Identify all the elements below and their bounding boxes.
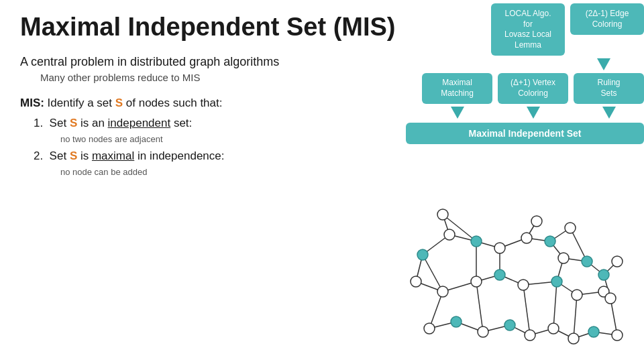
- graph-node-empty: [437, 209, 448, 220]
- graph-node-filled: [598, 269, 609, 280]
- svg-marker-2: [527, 107, 540, 119]
- graph-node-filled: [471, 236, 482, 247]
- graph-container: [396, 188, 637, 355]
- graph-node-filled: [417, 249, 428, 260]
- arrow-svg-1: [594, 56, 614, 70]
- graph-node-empty: [525, 330, 535, 341]
- box-edge-coloring: (2Δ-1) EdgeColoring: [570, 3, 644, 35]
- graph-node-empty: [612, 256, 623, 267]
- graph-node-filled: [494, 269, 505, 280]
- mis-box-label: Maximal Independent Set: [468, 128, 581, 139]
- graph-svg: [396, 188, 637, 355]
- graph-node-filled: [588, 326, 599, 337]
- graph-node-empty: [437, 286, 448, 297]
- graph-node-filled: [504, 320, 515, 330]
- graph-node-empty: [612, 330, 623, 341]
- diagram-area: LOCAL Algo. forLovasz Local Lemma (2Δ-1)…: [406, 3, 644, 144]
- arrow-row-1: [406, 56, 644, 73]
- list-underline2: maximal: [92, 149, 134, 162]
- graph-node-empty: [558, 253, 569, 263]
- sub-indent: Many other problems reduce to MIS: [40, 72, 402, 83]
- graph-node-empty: [521, 233, 532, 243]
- graph-node-empty: [572, 290, 582, 300]
- graph-node-empty: [471, 276, 482, 287]
- svg-line-42: [523, 285, 530, 335]
- list-s1: S: [70, 117, 77, 129]
- list-underline1: independent: [108, 117, 171, 129]
- svg-line-44: [574, 295, 577, 339]
- arrow-svg-2a: [447, 104, 468, 119]
- list-num-1: 1. Set: [34, 117, 70, 129]
- arrow-row-2: [406, 104, 644, 121]
- numbered-list: 1. Set S is an independent set: no two n…: [34, 117, 402, 177]
- arrow-down-2a: [422, 104, 492, 121]
- mis-text1: Identify a set: [44, 97, 115, 109]
- graph-node-empty: [531, 216, 542, 227]
- box-maximal-matching: MaximalMatching: [422, 73, 492, 103]
- subtitle: A central problem in distributed graph a…: [20, 55, 402, 69]
- box-edge-coloring-label: (2Δ-1) EdgeColoring: [586, 9, 629, 29]
- page-title: Maximal Independent Set (MIS): [20, 13, 402, 42]
- mis-definition: MIS: Identify a set S of nodes such that…: [20, 97, 402, 110]
- graph-node-empty: [411, 276, 421, 287]
- list-text1a: is an: [77, 117, 107, 129]
- box-ruling-sets: RulingSets: [574, 73, 644, 103]
- list-text2a: is: [77, 149, 92, 162]
- list-s2: S: [70, 149, 77, 162]
- list-num-2: 2. Set: [34, 149, 70, 162]
- mis-s1: S: [115, 97, 123, 109]
- main-content: Maximal Independent Set (MIS) A central …: [20, 13, 402, 182]
- mis-box: Maximal Independent Set: [406, 123, 644, 144]
- arrow-down-2c: [574, 104, 644, 121]
- svg-line-40: [429, 292, 443, 328]
- arrow-down-1: [567, 56, 641, 73]
- graph-node-filled: [451, 316, 462, 327]
- box-local-algo-label: LOCAL Algo. forLovasz Local Lemma: [504, 9, 551, 50]
- svg-line-43: [553, 282, 557, 328]
- list-sub-1: no two nodes are adjacent: [60, 134, 402, 144]
- list-text2b: in independence:: [134, 149, 224, 162]
- box-vertex-coloring: (Δ+1) VertexColoring: [498, 73, 568, 103]
- svg-marker-0: [597, 58, 610, 70]
- mis-label: MIS:: [20, 97, 44, 109]
- box-local-algo: LOCAL Algo. forLovasz Local Lemma: [491, 3, 565, 56]
- arrow-svg-2c: [599, 104, 619, 119]
- graph-node-empty: [444, 229, 455, 240]
- box-ruling-sets-label: RulingSets: [597, 78, 620, 98]
- top-row: LOCAL Algo. forLovasz Local Lemma (2Δ-1)…: [406, 3, 644, 56]
- mis-text2: of nodes such that:: [123, 97, 222, 109]
- graph-node-empty: [424, 323, 435, 334]
- list-text1b: set:: [170, 117, 192, 129]
- svg-marker-1: [451, 107, 464, 119]
- graph-node-filled: [551, 276, 562, 287]
- svg-marker-3: [602, 107, 616, 119]
- graph-node-empty: [565, 223, 576, 233]
- graph-node-empty: [518, 280, 529, 290]
- list-sub-2: no node can be added: [60, 167, 402, 177]
- second-row: MaximalMatching (Δ+1) VertexColoring Rul…: [406, 73, 644, 103]
- graph-node-filled: [545, 236, 555, 247]
- list-item-2: 2. Set S is maximal in independence:: [34, 149, 402, 163]
- arrow-svg-2b: [523, 104, 543, 119]
- box-maximal-matching-label: MaximalMatching: [441, 78, 474, 98]
- svg-line-30: [423, 255, 443, 292]
- graph-node-empty: [548, 323, 559, 334]
- arrow-down-2b: [498, 104, 568, 121]
- graph-node-empty: [478, 326, 488, 337]
- graph-node-filled: [582, 256, 592, 267]
- list-item-1: 1. Set S is an independent set:: [34, 117, 402, 130]
- graph-node-empty: [494, 243, 505, 253]
- graph-node-empty: [605, 293, 616, 304]
- graph-node-empty: [568, 333, 579, 344]
- box-vertex-coloring-label: (Δ+1) VertexColoring: [511, 78, 555, 98]
- svg-line-41: [476, 282, 483, 332]
